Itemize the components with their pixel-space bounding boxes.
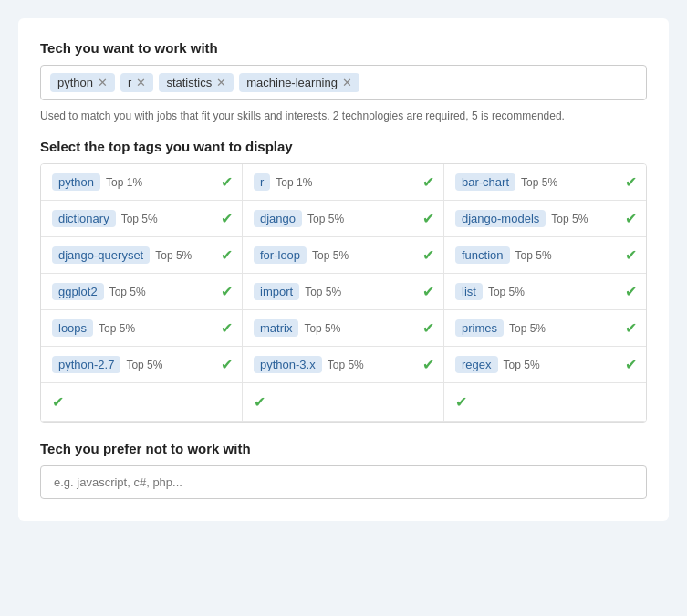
tag-chip: statistics✕ xyxy=(159,73,234,92)
tag-rank: Top 5% xyxy=(488,286,525,298)
check-icon: ✔ xyxy=(625,210,637,227)
tag-cell[interactable]: primes Top 5% ✔ xyxy=(444,310,646,347)
tag-cell[interactable]: function Top 5% ✔ xyxy=(444,237,646,274)
tag-cell[interactable]: for-loop Top 5% ✔ xyxy=(243,237,444,274)
tag-cell-left: python-2.7 Top 5% xyxy=(52,356,162,373)
tag-cell-left: django Top 5% xyxy=(254,210,344,227)
tag-cell-left: list Top 5% xyxy=(455,283,525,300)
tag-name: django-queryset xyxy=(52,246,150,264)
tag-name: import xyxy=(254,283,299,300)
tag-cell-left: ggplot2 Top 5% xyxy=(52,283,146,300)
tag-cell[interactable]: django-queryset Top 5% ✔ xyxy=(41,237,243,274)
tag-cell[interactable]: django-models Top 5% ✔ xyxy=(444,201,646,237)
check-icon: ✔ xyxy=(422,319,434,337)
tag-cell-left: matrix Top 5% xyxy=(254,319,340,337)
check-icon: ✔ xyxy=(422,246,434,264)
tag-rank: Top 5% xyxy=(155,249,192,262)
tag-cell-left: python Top 1% xyxy=(52,173,142,191)
tag-name: matrix xyxy=(254,319,298,337)
tag-cell-left: r Top 1% xyxy=(254,173,312,191)
tag-rank: Top 5% xyxy=(551,213,588,225)
check-icon: ✔ xyxy=(625,356,637,373)
check-icon: ✔ xyxy=(221,319,233,337)
tag-cell[interactable]: import Top 5% ✔ xyxy=(243,274,444,310)
tag-name: for-loop xyxy=(254,246,307,264)
tag-name: bar-chart xyxy=(455,173,515,191)
remove-tag-icon[interactable]: ✕ xyxy=(216,76,226,89)
tech-want-title: Tech you want to work with xyxy=(40,40,647,56)
check-icon: ✔ xyxy=(455,393,467,411)
check-icon: ✔ xyxy=(221,283,233,300)
check-icon: ✔ xyxy=(625,246,637,264)
prefer-not-input[interactable] xyxy=(40,465,647,499)
tag-rank: Top 5% xyxy=(305,286,341,298)
tag-cell[interactable]: bar-chart Top 5% ✔ xyxy=(444,164,646,201)
tag-cell[interactable]: python-2.7 Top 5% ✔ xyxy=(41,347,243,383)
check-icon: ✔ xyxy=(625,283,637,300)
tag-rank: Top 5% xyxy=(109,286,146,298)
tag-cell-left: function Top 5% xyxy=(455,246,552,264)
tags-input-box[interactable]: python✕r✕statistics✕machine-learning✕ xyxy=(40,65,647,100)
tag-rank: Top 5% xyxy=(307,213,344,225)
check-icon: ✔ xyxy=(625,319,637,337)
tag-cell[interactable]: python-3.x Top 5% ✔ xyxy=(243,347,444,383)
tag-name: dictionary xyxy=(52,210,116,227)
check-icon: ✔ xyxy=(221,246,233,264)
hint-text: Used to match you with jobs that fit you… xyxy=(40,110,647,122)
check-icon: ✔ xyxy=(422,356,434,373)
check-icon: ✔ xyxy=(422,173,434,191)
check-icon: ✔ xyxy=(422,210,434,227)
tag-cell[interactable]: ggplot2 Top 5% ✔ xyxy=(41,274,243,310)
tag-cell[interactable]: matrix Top 5% ✔ xyxy=(243,310,444,347)
tag-chip-label: statistics xyxy=(166,76,212,89)
tag-name: python xyxy=(52,173,100,191)
tags-grid: python Top 1% ✔ r Top 1% ✔ bar-chart Top… xyxy=(41,164,646,422)
tag-rank: Top 5% xyxy=(121,213,158,225)
tag-rank: Top 5% xyxy=(515,249,552,262)
tag-name: list xyxy=(455,283,483,300)
tag-cell[interactable]: ✔ xyxy=(41,383,243,422)
tag-cell-left: django-queryset Top 5% xyxy=(52,246,192,264)
check-icon: ✔ xyxy=(221,173,233,191)
tag-cell[interactable]: r Top 1% ✔ xyxy=(243,164,444,201)
tag-name: primes xyxy=(455,319,504,337)
tag-chip-label: machine-learning xyxy=(246,76,338,89)
check-icon: ✔ xyxy=(221,356,233,373)
main-container: Tech you want to work with python✕r✕stat… xyxy=(18,18,669,521)
tag-cell[interactable]: dictionary Top 5% ✔ xyxy=(41,201,243,237)
tag-cell-left: django-models Top 5% xyxy=(455,210,588,227)
tag-cell[interactable]: python Top 1% ✔ xyxy=(41,164,243,201)
tag-name: python-3.x xyxy=(254,356,322,373)
tag-name: r xyxy=(254,173,270,191)
remove-tag-icon[interactable]: ✕ xyxy=(342,76,352,89)
tag-name: django xyxy=(254,210,302,227)
tag-rank: Top 5% xyxy=(99,322,135,335)
check-icon: ✔ xyxy=(254,393,265,411)
remove-tag-icon[interactable]: ✕ xyxy=(136,76,146,89)
tag-name: loops xyxy=(52,319,93,337)
check-icon: ✔ xyxy=(221,210,233,227)
tag-rank: Top 5% xyxy=(126,359,162,371)
tag-cell[interactable]: ✔ xyxy=(444,383,646,422)
tag-cell-left: dictionary Top 5% xyxy=(52,210,158,227)
tag-rank: Top 1% xyxy=(276,176,312,189)
tag-rank: Top 1% xyxy=(106,176,142,189)
tag-cell[interactable]: django Top 5% ✔ xyxy=(243,201,444,237)
tags-grid-wrapper: python Top 1% ✔ r Top 1% ✔ bar-chart Top… xyxy=(40,163,647,423)
tag-name: function xyxy=(455,246,510,264)
check-icon: ✔ xyxy=(625,173,637,191)
prefer-not-title: Tech you prefer not to work with xyxy=(40,441,647,456)
tag-name: python-2.7 xyxy=(52,356,120,373)
tag-cell[interactable]: ✔ xyxy=(243,383,444,422)
tag-rank: Top 5% xyxy=(521,176,557,189)
tag-cell-left: bar-chart Top 5% xyxy=(455,173,557,191)
tag-cell-left: for-loop Top 5% xyxy=(254,246,349,264)
tag-name: django-models xyxy=(455,210,546,227)
tag-cell[interactable]: list Top 5% ✔ xyxy=(444,274,646,310)
tag-cell-left: python-3.x Top 5% xyxy=(254,356,364,373)
remove-tag-icon[interactable]: ✕ xyxy=(98,76,108,89)
tag-cell-left: loops Top 5% xyxy=(52,319,135,337)
tag-cell[interactable]: loops Top 5% ✔ xyxy=(41,310,243,347)
tag-cell-left: regex Top 5% xyxy=(455,356,540,373)
tag-cell[interactable]: regex Top 5% ✔ xyxy=(444,347,646,383)
